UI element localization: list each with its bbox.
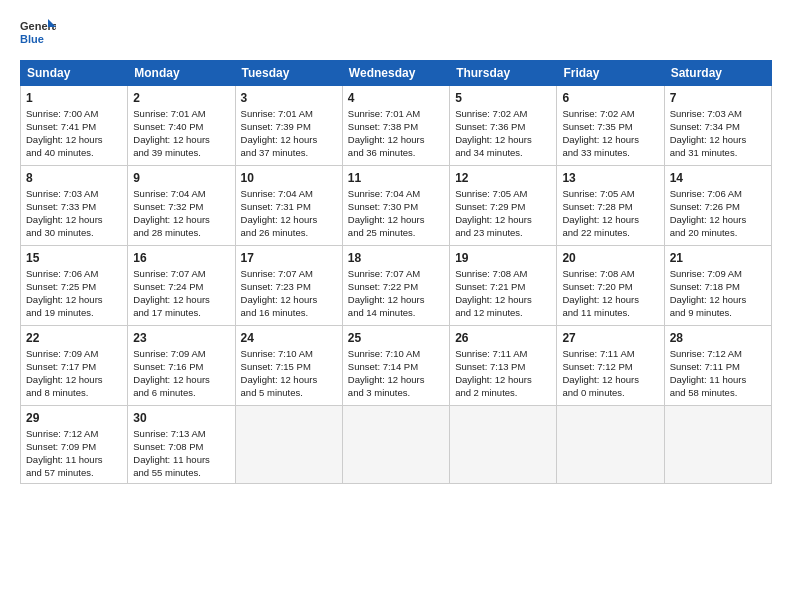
day-info: Sunset: 7:21 PM — [455, 281, 551, 294]
day-number: 23 — [133, 330, 229, 346]
day-info: Sunset: 7:12 PM — [562, 361, 658, 374]
day-number: 25 — [348, 330, 444, 346]
day-info: Daylight: 12 hours — [133, 134, 229, 147]
day-info: Sunrise: 7:09 AM — [26, 348, 122, 361]
calendar-cell: 3Sunrise: 7:01 AMSunset: 7:39 PMDaylight… — [235, 86, 342, 166]
calendar-cell: 6Sunrise: 7:02 AMSunset: 7:35 PMDaylight… — [557, 86, 664, 166]
calendar-cell: 29Sunrise: 7:12 AMSunset: 7:09 PMDayligh… — [21, 406, 128, 484]
calendar-cell — [557, 406, 664, 484]
day-number: 16 — [133, 250, 229, 266]
day-info: Sunrise: 7:00 AM — [26, 108, 122, 121]
day-info: Sunset: 7:39 PM — [241, 121, 337, 134]
day-number: 1 — [26, 90, 122, 106]
calendar-cell: 20Sunrise: 7:08 AMSunset: 7:20 PMDayligh… — [557, 246, 664, 326]
day-info: Sunrise: 7:04 AM — [348, 188, 444, 201]
header-monday: Monday — [128, 61, 235, 86]
header: General Blue — [20, 16, 772, 52]
day-info: Sunrise: 7:03 AM — [26, 188, 122, 201]
day-info: Daylight: 12 hours — [133, 374, 229, 387]
day-number: 3 — [241, 90, 337, 106]
day-number: 20 — [562, 250, 658, 266]
day-info: Sunset: 7:38 PM — [348, 121, 444, 134]
day-info: Sunrise: 7:09 AM — [670, 268, 766, 281]
day-info: Daylight: 12 hours — [26, 134, 122, 147]
day-number: 4 — [348, 90, 444, 106]
logo: General Blue — [20, 16, 56, 52]
day-info: Sunset: 7:33 PM — [26, 201, 122, 214]
header-thursday: Thursday — [450, 61, 557, 86]
day-info: Sunset: 7:31 PM — [241, 201, 337, 214]
day-info: Daylight: 12 hours — [241, 214, 337, 227]
day-info: Daylight: 12 hours — [241, 374, 337, 387]
calendar-cell: 22Sunrise: 7:09 AMSunset: 7:17 PMDayligh… — [21, 326, 128, 406]
day-number: 19 — [455, 250, 551, 266]
day-info: and 26 minutes. — [241, 227, 337, 240]
day-info: and 58 minutes. — [670, 387, 766, 400]
day-number: 22 — [26, 330, 122, 346]
calendar-cell: 17Sunrise: 7:07 AMSunset: 7:23 PMDayligh… — [235, 246, 342, 326]
day-info: and 55 minutes. — [133, 467, 229, 480]
calendar-cell: 28Sunrise: 7:12 AMSunset: 7:11 PMDayligh… — [664, 326, 771, 406]
day-info: Sunrise: 7:01 AM — [348, 108, 444, 121]
day-info: Daylight: 12 hours — [348, 294, 444, 307]
day-info: Sunset: 7:29 PM — [455, 201, 551, 214]
calendar-header-row: Sunday Monday Tuesday Wednesday Thursday… — [21, 61, 772, 86]
day-info: Daylight: 12 hours — [26, 374, 122, 387]
calendar-cell — [342, 406, 449, 484]
day-info: Sunset: 7:36 PM — [455, 121, 551, 134]
day-info: and 19 minutes. — [26, 307, 122, 320]
day-number: 7 — [670, 90, 766, 106]
day-info: and 14 minutes. — [348, 307, 444, 320]
day-info: Sunset: 7:23 PM — [241, 281, 337, 294]
day-info: Daylight: 12 hours — [348, 374, 444, 387]
day-info: Sunrise: 7:04 AM — [133, 188, 229, 201]
calendar-cell: 9Sunrise: 7:04 AMSunset: 7:32 PMDaylight… — [128, 166, 235, 246]
day-info: and 30 minutes. — [26, 227, 122, 240]
day-info: and 25 minutes. — [348, 227, 444, 240]
day-info: Sunrise: 7:12 AM — [670, 348, 766, 361]
calendar-cell: 16Sunrise: 7:07 AMSunset: 7:24 PMDayligh… — [128, 246, 235, 326]
day-info: Sunset: 7:13 PM — [455, 361, 551, 374]
header-friday: Friday — [557, 61, 664, 86]
day-info: Sunrise: 7:11 AM — [455, 348, 551, 361]
day-info: Sunrise: 7:09 AM — [133, 348, 229, 361]
day-info: Daylight: 12 hours — [348, 134, 444, 147]
day-info: Daylight: 11 hours — [670, 374, 766, 387]
calendar-cell: 4Sunrise: 7:01 AMSunset: 7:38 PMDaylight… — [342, 86, 449, 166]
day-number: 28 — [670, 330, 766, 346]
day-info: Sunset: 7:20 PM — [562, 281, 658, 294]
day-info: and 0 minutes. — [562, 387, 658, 400]
day-info: and 57 minutes. — [26, 467, 122, 480]
day-info: Sunrise: 7:10 AM — [241, 348, 337, 361]
day-info: Sunrise: 7:04 AM — [241, 188, 337, 201]
calendar-cell: 1Sunrise: 7:00 AMSunset: 7:41 PMDaylight… — [21, 86, 128, 166]
day-number: 21 — [670, 250, 766, 266]
day-number: 9 — [133, 170, 229, 186]
logo-svg: General Blue — [20, 16, 56, 52]
day-info: Daylight: 12 hours — [133, 294, 229, 307]
day-info: Sunrise: 7:08 AM — [455, 268, 551, 281]
svg-text:Blue: Blue — [20, 33, 44, 45]
day-number: 30 — [133, 410, 229, 426]
calendar-cell: 12Sunrise: 7:05 AMSunset: 7:29 PMDayligh… — [450, 166, 557, 246]
calendar-cell — [450, 406, 557, 484]
day-info: Sunset: 7:15 PM — [241, 361, 337, 374]
calendar-cell: 14Sunrise: 7:06 AMSunset: 7:26 PMDayligh… — [664, 166, 771, 246]
day-info: Daylight: 12 hours — [26, 294, 122, 307]
day-info: and 8 minutes. — [26, 387, 122, 400]
header-wednesday: Wednesday — [342, 61, 449, 86]
day-number: 13 — [562, 170, 658, 186]
calendar-cell: 18Sunrise: 7:07 AMSunset: 7:22 PMDayligh… — [342, 246, 449, 326]
day-info: Sunrise: 7:03 AM — [670, 108, 766, 121]
day-info: Daylight: 12 hours — [562, 134, 658, 147]
day-info: Daylight: 12 hours — [455, 134, 551, 147]
day-info: Sunset: 7:22 PM — [348, 281, 444, 294]
calendar-cell — [235, 406, 342, 484]
day-info: Daylight: 12 hours — [562, 374, 658, 387]
day-info: and 11 minutes. — [562, 307, 658, 320]
day-info: and 23 minutes. — [455, 227, 551, 240]
calendar-cell: 27Sunrise: 7:11 AMSunset: 7:12 PMDayligh… — [557, 326, 664, 406]
day-info: Sunset: 7:14 PM — [348, 361, 444, 374]
day-info: and 2 minutes. — [455, 387, 551, 400]
day-info: Sunrise: 7:02 AM — [562, 108, 658, 121]
